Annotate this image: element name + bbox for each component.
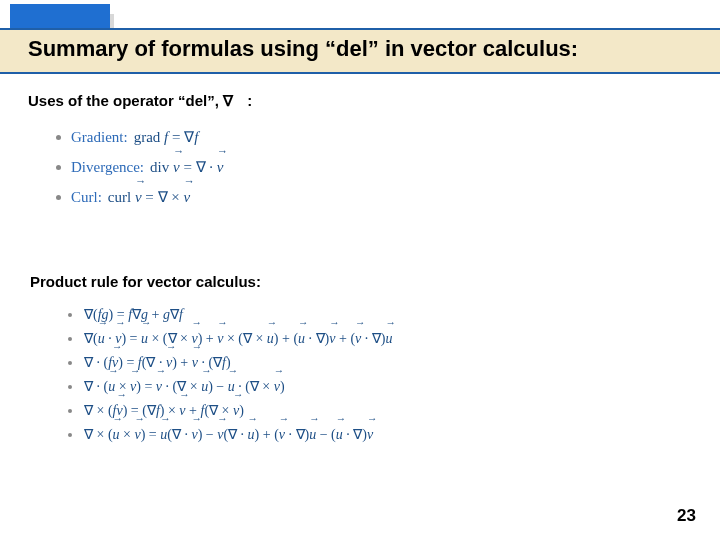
use-formula: grad f = ∇f: [134, 128, 199, 146]
subheading-uses-prefix: Uses of the operator “del”,: [28, 92, 219, 109]
slide-title: Summary of formulas using “del” in vecto…: [28, 36, 720, 62]
list-item: Divergence:div v→ = ∇ · v→: [56, 158, 224, 176]
use-formula: div v→ = ∇ · v→: [150, 158, 223, 176]
bullet-icon: [68, 433, 72, 437]
use-formula: curl v→ = ∇ × v→: [108, 188, 190, 206]
bullet-icon: [68, 337, 72, 341]
list-item: Gradient:grad f = ∇f: [56, 128, 224, 146]
list-item: Curl:curl v→ = ∇ × v→: [56, 188, 224, 206]
page-number: 23: [677, 506, 696, 526]
title-band: Summary of formulas using “del” in vecto…: [0, 28, 720, 74]
bullet-icon: [56, 165, 61, 170]
del-symbol: ∇: [223, 92, 237, 110]
subheading-uses-colon: :: [247, 92, 252, 109]
subheading-product: Product rule for vector calculus:: [30, 273, 261, 290]
use-label: Curl:: [71, 189, 102, 206]
subheading-uses: Uses of the operator “del”, ∇ :: [28, 92, 252, 110]
list-item: ∇ × (u→ × v→) = u→(∇ · v→) − v→(∇ · u→) …: [68, 426, 392, 443]
bullet-icon: [68, 385, 72, 389]
use-label: Gradient:: [71, 129, 128, 146]
product-rule-formula: ∇ × (u→ × v→) = u→(∇ · v→) − v→(∇ · u→) …: [84, 426, 373, 443]
product-rule-list: ∇(fg) = f∇g + g∇f∇(u→ · v→) = u→ × (∇ × …: [68, 306, 392, 450]
uses-list: Gradient:grad f = ∇fDivergence:div v→ = …: [56, 128, 224, 218]
product-rule-formula: ∇(u→ · v→) = u→ × (∇ × v→) + v→ × (∇ × u…: [84, 330, 392, 347]
slide: Summary of formulas using “del” in vecto…: [0, 0, 720, 540]
bullet-icon: [56, 135, 61, 140]
bullet-icon: [56, 195, 61, 200]
use-label: Divergence:: [71, 159, 144, 176]
bullet-icon: [68, 409, 72, 413]
bullet-icon: [68, 361, 72, 365]
bullet-icon: [68, 313, 72, 317]
